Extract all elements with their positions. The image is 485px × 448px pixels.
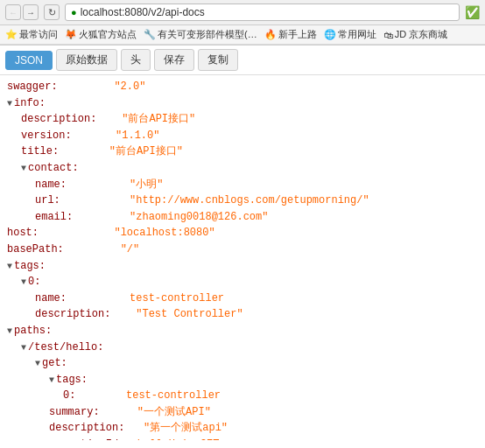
nav-arrows: ← → bbox=[5, 4, 39, 20]
json-line: ▼0: bbox=[7, 274, 478, 290]
value: helloUsingGET bbox=[137, 437, 220, 440]
shield-icon: ✅ bbox=[465, 5, 480, 19]
value: "前台API接口" bbox=[109, 144, 183, 160]
tab-raw[interactable]: 原始数据 bbox=[56, 49, 117, 71]
json-line: ▼/test/hello: bbox=[7, 340, 478, 356]
value: "http://www.cnblogs.com/getupmorning/" bbox=[130, 192, 369, 209]
reload-button[interactable]: ↻ bbox=[44, 4, 60, 20]
key: paths: bbox=[14, 323, 52, 340]
json-line: swagger: "2.0" bbox=[7, 79, 478, 95]
json-line: ▼info: bbox=[7, 95, 478, 112]
json-line: name: test-controller bbox=[7, 290, 478, 307]
key: contact: bbox=[28, 160, 79, 177]
key: description: bbox=[35, 306, 110, 323]
json-line: title: "前台API接口" bbox=[7, 144, 478, 160]
json-line: basePath: "/" bbox=[7, 242, 478, 258]
key: 0: bbox=[63, 388, 75, 404]
value: "1.1.0" bbox=[116, 128, 159, 144]
key: title: bbox=[21, 144, 59, 160]
value: test-controller bbox=[130, 290, 224, 307]
bookmark-item[interactable]: ⭐ 最常访问 bbox=[5, 28, 58, 41]
key: email: bbox=[35, 209, 73, 226]
key: description: bbox=[21, 111, 96, 128]
value: "一个测试API" bbox=[137, 404, 211, 421]
value: "zhaoming0018@126.com" bbox=[130, 209, 268, 226]
bookmark-item[interactable]: 🦊 火狐官方站点 bbox=[65, 28, 137, 41]
key: /test/hello: bbox=[28, 340, 103, 356]
json-line: ▼get: bbox=[7, 355, 478, 372]
json-line: email: "zhaoming0018@126.com" bbox=[7, 209, 478, 226]
json-content: swagger: "2.0" ▼info: description: "前台AP… bbox=[0, 75, 485, 440]
json-line: ▼paths: bbox=[7, 323, 478, 340]
back-button[interactable]: ← bbox=[5, 4, 21, 20]
key: url: bbox=[35, 192, 60, 209]
key: summary: bbox=[49, 404, 100, 421]
value: "2.0" bbox=[114, 79, 145, 95]
key: operationId: bbox=[49, 437, 124, 440]
key: swagger: bbox=[7, 79, 58, 95]
json-line: ▼tags: bbox=[7, 258, 478, 275]
json-line: description: "前台API接口" bbox=[7, 111, 478, 128]
key: host: bbox=[7, 225, 39, 242]
json-line: url: "http://www.cnblogs.com/getupmornin… bbox=[7, 192, 478, 209]
bookmark-item[interactable]: 🛍 JD 京东商城 bbox=[383, 28, 448, 41]
key: tags: bbox=[56, 372, 88, 388]
bookmark-item[interactable]: 🔧 有关可变形部件模型(… bbox=[144, 28, 257, 41]
bookmark-item[interactable]: 🌐 常用网址 bbox=[324, 28, 376, 41]
key: version: bbox=[21, 128, 72, 144]
copy-button[interactable]: 复制 bbox=[198, 49, 238, 71]
key: 0: bbox=[28, 274, 40, 290]
value: "Test Controller" bbox=[136, 306, 242, 323]
forward-button[interactable]: → bbox=[23, 4, 39, 20]
json-line: ▼contact: bbox=[7, 160, 478, 177]
value: "第一个测试api" bbox=[144, 420, 228, 437]
tab-headers[interactable]: 头 bbox=[121, 49, 151, 71]
bookmarks-bar: ⭐ 最常访问 🦊 火狐官方站点 🔧 有关可变形部件模型(… 🔥 新手上路 🌐 常… bbox=[0, 25, 485, 45]
tab-json[interactable]: JSON bbox=[5, 51, 53, 70]
key: get: bbox=[42, 355, 67, 372]
value: "小明" bbox=[130, 177, 163, 193]
value: "/" bbox=[121, 242, 140, 258]
value: "前台API接口" bbox=[122, 111, 195, 128]
bookmark-item[interactable]: 🔥 新手上路 bbox=[264, 28, 317, 41]
key: info: bbox=[14, 95, 46, 112]
key: name: bbox=[35, 290, 67, 307]
value: test-controller bbox=[126, 388, 221, 404]
json-line: operationId: helloUsingGET bbox=[7, 437, 478, 440]
json-line: version: "1.1.0" bbox=[7, 128, 478, 144]
json-line: summary: "一个测试API" bbox=[7, 404, 478, 421]
value: "localhost:8080" bbox=[114, 225, 214, 242]
key: name: bbox=[35, 177, 67, 193]
json-line: description: "第一个测试api" bbox=[7, 420, 478, 437]
url-text: localhost:8080/v2/api-docs bbox=[81, 6, 205, 18]
address-bar[interactable]: ● localhost:8080/v2/api-docs bbox=[65, 4, 460, 21]
secure-icon: ● bbox=[71, 7, 77, 18]
json-line: host: "localhost:8080" bbox=[7, 225, 478, 242]
save-button[interactable]: 保存 bbox=[154, 49, 194, 71]
key: basePath: bbox=[7, 242, 64, 258]
json-line: name: "小明" bbox=[7, 177, 478, 193]
json-line: 0: test-controller bbox=[7, 388, 478, 404]
key: description: bbox=[49, 420, 124, 437]
json-line: ▼tags: bbox=[7, 372, 478, 388]
json-toolbar: JSON 原始数据 头 保存 复制 bbox=[0, 46, 485, 75]
key: tags: bbox=[14, 258, 46, 275]
json-line: description: "Test Controller" bbox=[7, 306, 478, 323]
